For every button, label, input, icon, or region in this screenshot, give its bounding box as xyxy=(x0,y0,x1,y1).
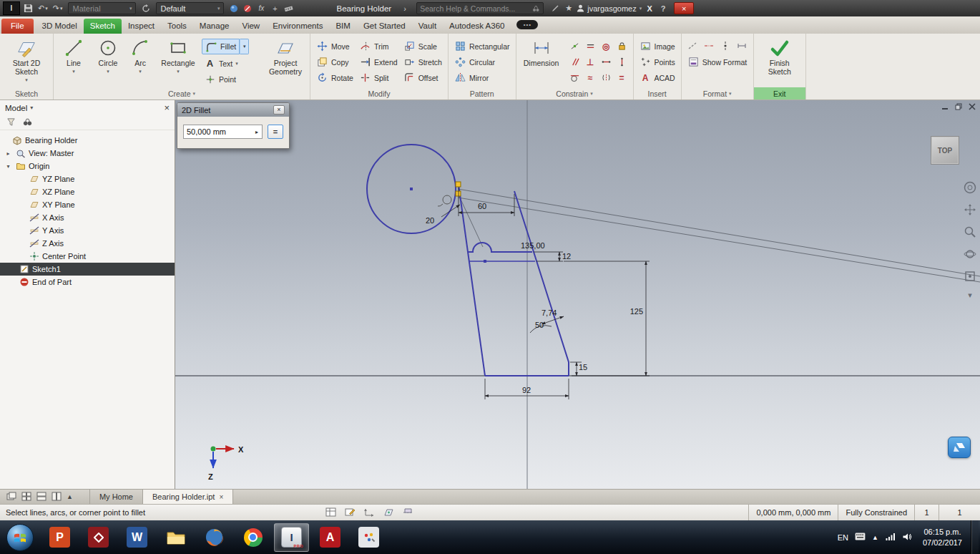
sign-in-pen-icon[interactable] xyxy=(549,2,561,15)
menu-tab-tools[interactable]: Tools xyxy=(161,19,193,34)
language-indicator[interactable]: EN xyxy=(838,533,848,542)
browser-header[interactable]: Model ▾ × xyxy=(0,100,175,115)
search-input[interactable] xyxy=(420,4,529,13)
dimension-20[interactable]: 20 xyxy=(426,216,434,225)
group-label-modify[interactable]: Modify xyxy=(310,87,448,99)
collinear-constraint-icon[interactable] xyxy=(583,39,598,54)
menu-tab-view[interactable]: View xyxy=(235,19,266,34)
app-menu-button[interactable]: I xyxy=(3,1,20,15)
extend-button[interactable]: Extend xyxy=(357,54,400,69)
circle-button[interactable]: Circle ▾ xyxy=(92,36,124,74)
browser-item-sketch1[interactable]: Sketch1 xyxy=(0,263,175,276)
add-icon[interactable]: + xyxy=(269,2,280,15)
dimension-125[interactable]: 125 xyxy=(630,307,643,316)
rectangle-button[interactable]: Rectangle ▾ xyxy=(156,36,200,74)
taskbar-icon-inventor[interactable]: I PRO xyxy=(274,523,309,552)
material-combo[interactable]: Material▾ xyxy=(68,2,136,14)
dimension-774[interactable]: 7,74 xyxy=(542,308,557,317)
doc-minimize-icon[interactable] xyxy=(941,103,949,112)
fillet-dropdown-button[interactable]: ▾ xyxy=(240,39,249,54)
driven-dimension-icon[interactable] xyxy=(736,39,748,52)
expander-icon[interactable]: ▸ xyxy=(4,150,12,157)
parameters-fx-icon[interactable]: fx xyxy=(255,2,267,15)
parallel-constraint-icon[interactable] xyxy=(567,54,582,69)
browser-close-icon[interactable]: × xyxy=(164,102,170,113)
stretch-button[interactable]: Stretch xyxy=(401,54,444,69)
point-button[interactable]: Point xyxy=(202,72,263,87)
mirror-button[interactable]: Mirror xyxy=(452,70,512,85)
horizontal-constraint-icon[interactable] xyxy=(599,54,614,69)
smooth-constraint-icon[interactable]: ≈ xyxy=(583,70,598,85)
fillet-dialog[interactable]: 2D Fillet × ▸ = xyxy=(177,102,290,149)
dimension-button[interactable]: Dimension xyxy=(520,36,563,68)
viewcube[interactable]: TOP xyxy=(931,136,959,165)
group-label-exit[interactable]: Exit xyxy=(754,87,805,99)
search-icon[interactable] xyxy=(531,4,540,13)
taskbar-icon-paint-app[interactable] xyxy=(351,523,386,552)
selection-handle-2[interactable] xyxy=(456,191,461,196)
menu-tab-bim[interactable]: BIM xyxy=(329,19,356,34)
browser-item-center-point[interactable]: Center Point xyxy=(0,250,175,263)
show-desktop-button[interactable] xyxy=(971,520,979,554)
doc-close-icon[interactable] xyxy=(969,103,976,112)
appearance-combo[interactable]: Default▾ xyxy=(156,2,224,14)
expand-tabs-icon[interactable]: ▲ xyxy=(67,493,73,500)
cascade-windows-icon[interactable] xyxy=(6,492,16,502)
split-button[interactable]: Split xyxy=(357,70,400,85)
tangent-constraint-icon[interactable] xyxy=(567,70,582,85)
help-icon[interactable]: ? xyxy=(657,2,669,15)
network-icon[interactable] xyxy=(885,533,896,543)
search-browser-icon[interactable] xyxy=(23,117,32,128)
arc-button[interactable]: Arc ▾ xyxy=(126,36,155,74)
symmetric-constraint-icon[interactable] xyxy=(599,70,614,85)
precise-input-icon[interactable] xyxy=(364,507,375,518)
dimension-92[interactable]: 92 xyxy=(522,386,531,394)
dimension-60[interactable]: 60 xyxy=(478,202,486,210)
doc-restore-icon[interactable] xyxy=(955,103,962,112)
fillet-radius-field[interactable]: ▸ xyxy=(183,125,263,139)
tab-my-home[interactable]: My Home xyxy=(89,490,143,504)
construction-style-icon[interactable] xyxy=(687,39,699,52)
trim-button[interactable]: Trim xyxy=(357,39,400,54)
look-at-icon[interactable] xyxy=(963,269,977,283)
clear-appearance-icon[interactable] xyxy=(242,2,253,15)
centerpoint-style-icon[interactable] xyxy=(720,39,732,52)
menu-tab-autodesk-a360[interactable]: Autodesk A360 xyxy=(443,19,511,34)
title-chevron-icon[interactable]: › xyxy=(399,2,411,15)
group-label-format[interactable]: Format▾ xyxy=(682,87,753,99)
scale-button[interactable]: Scale xyxy=(401,39,444,54)
browser-item-y-axis[interactable]: Y Axis xyxy=(0,224,175,237)
finish-sketch-button[interactable]: Finish Sketch xyxy=(758,36,802,77)
save-icon[interactable] xyxy=(22,2,34,15)
navbar-more-caret-icon[interactable]: ▾ xyxy=(963,291,977,298)
perpendicular-constraint-icon[interactable]: ⊥ xyxy=(583,54,598,69)
project-geometry-button[interactable]: Project Geometry xyxy=(265,36,306,77)
full-navigation-wheel-icon[interactable] xyxy=(963,180,977,195)
fillet-button[interactable]: Fillet xyxy=(202,39,240,54)
line-button[interactable]: Line ▾ xyxy=(57,36,90,74)
sketch-graphics[interactable]: 60 20 135,00 12 125 7,74 xyxy=(175,100,980,489)
acad-button[interactable]: AACAD xyxy=(637,70,677,85)
redo-icon[interactable]: ↷▾ xyxy=(52,2,64,15)
taskbar-icon-chrome[interactable] xyxy=(235,523,270,552)
points-button[interactable]: Points xyxy=(637,54,677,69)
sheet-grid-icon[interactable] xyxy=(325,507,336,518)
sketch-left-edge[interactable] xyxy=(459,185,485,376)
appearance-sphere-icon[interactable] xyxy=(228,2,240,15)
edit-dimension-icon[interactable] xyxy=(345,507,356,518)
graphics-canvas[interactable]: 60 20 135,00 12 125 7,74 xyxy=(175,100,980,489)
taskbar-icon-adobe-app[interactable] xyxy=(81,523,116,552)
slice-graphics-icon[interactable] xyxy=(403,507,413,518)
rectangular-pattern-button[interactable]: Rectangular xyxy=(452,39,512,54)
concentric-constraint-icon[interactable]: ◎ xyxy=(599,39,614,54)
tab-bearing-holder-ipt[interactable]: Bearing Holder.ipt × xyxy=(143,490,233,504)
menu-tab-get-started[interactable]: Get Started xyxy=(357,19,412,34)
browser-item-xz-plane[interactable]: XZ Plane xyxy=(0,185,175,198)
a360-cloud-icon[interactable]: ••• xyxy=(516,20,538,29)
lock-constraint-icon[interactable] xyxy=(614,39,629,54)
favorites-star-icon[interactable]: ★ xyxy=(563,2,574,15)
sketch-point[interactable] xyxy=(484,260,486,263)
fillet-radius-input[interactable] xyxy=(184,127,253,136)
dimension-135[interactable]: 135,00 xyxy=(521,241,545,250)
menu-tab-inspect[interactable]: Inspect xyxy=(122,19,161,34)
